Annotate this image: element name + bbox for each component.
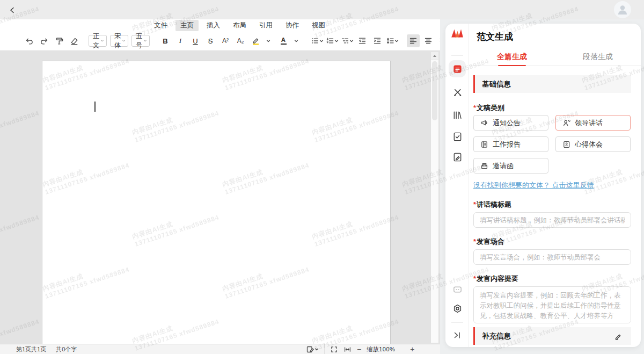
undo-icon [25, 37, 34, 45]
doc-type-reflections[interactable]: 心得体会 [555, 136, 631, 152]
speech-occasion-input[interactable] [473, 249, 631, 265]
robot-icon [452, 284, 463, 294]
strikethrough-button[interactable]: S [204, 34, 217, 47]
crossed-tools-icon [452, 88, 463, 98]
supplement-edit-button[interactable] [613, 331, 623, 341]
redo-button[interactable] [38, 34, 50, 47]
collapse-panel-button[interactable] [452, 330, 463, 341]
vertical-scrollbar[interactable] [430, 52, 439, 343]
line-spacing-icon [386, 37, 394, 45]
multilevel-list-button[interactable] [341, 34, 354, 47]
menu-tab-layout[interactable]: 布局 [228, 20, 251, 31]
speech-summary-textarea[interactable] [473, 286, 631, 323]
format-painter-icon [55, 37, 64, 46]
menu-tab-home[interactable]: 主页 [175, 20, 199, 31]
user-avatar[interactable] [614, 1, 631, 18]
document-pen-icon [452, 152, 463, 162]
bullet-list-button[interactable] [311, 34, 324, 47]
tab-paragraph-generation[interactable]: 段落生成 [555, 48, 641, 66]
rail-item-settings[interactable] [452, 303, 463, 314]
report-icon [480, 140, 488, 148]
format-painter-button[interactable] [53, 34, 65, 47]
align-left-button[interactable] [407, 34, 420, 47]
italic-button[interactable]: I [174, 34, 187, 47]
doc-type-leader-speech[interactable]: 领导讲话 [555, 115, 631, 131]
scrollbar-thumb[interactable] [432, 61, 437, 120]
subscript-button[interactable]: A₂ [234, 34, 247, 47]
fit-page-button[interactable] [330, 345, 338, 353]
feedback-link[interactable]: 没有找到你想要的文体？ 点击这里反馈 [473, 181, 631, 189]
increase-indent-button[interactable] [371, 34, 384, 47]
highlight-dropdown[interactable] [262, 34, 275, 47]
basic-info-section-header: 基础信息 [473, 75, 631, 93]
clear-format-button[interactable] [68, 34, 80, 47]
highlight-pen-icon [252, 37, 260, 44]
bold-button[interactable]: B [159, 34, 172, 47]
rail-item-polish[interactable] [452, 151, 463, 162]
eraser-icon [70, 37, 79, 46]
superscript-button[interactable]: A² [219, 34, 232, 47]
rail-item-proofread[interactable] [452, 131, 463, 142]
doc-type-invitation[interactable]: 邀请函 [473, 158, 548, 174]
triangle-up-icon [433, 54, 437, 57]
rail-item-document-generation[interactable] [449, 60, 466, 77]
speech-title-input[interactable] [473, 212, 631, 228]
tab-full-generation[interactable]: 全篇生成 [469, 48, 555, 66]
caret-down-icon [144, 39, 147, 43]
doc-type-notice[interactable]: 通知公告 [473, 115, 548, 131]
edit-mode-button[interactable] [306, 345, 319, 353]
rail-item-ai-tools[interactable] [452, 87, 463, 98]
rail-item-assistant[interactable] [452, 284, 463, 294]
panel-tabs: 全篇生成 段落生成 [469, 48, 641, 66]
underline-button[interactable]: U [189, 34, 202, 47]
collapse-right-icon [452, 330, 462, 340]
fit-width-button[interactable] [343, 345, 352, 353]
app-logo [450, 28, 464, 39]
document-page[interactable] [42, 61, 391, 344]
gear-icon [452, 304, 463, 314]
style-select[interactable]: 正文 [89, 35, 107, 47]
ribbon-menu: 文件 主页 插入 布局 引用 协作 视图 [0, 19, 440, 31]
speech-person-icon [562, 119, 570, 127]
undo-button[interactable] [23, 34, 35, 47]
speech-occasion-label: *发言场合 [473, 238, 631, 245]
zoom-out-button[interactable]: − [357, 345, 361, 353]
numbered-list-button[interactable] [326, 34, 339, 47]
increase-indent-icon [373, 37, 382, 45]
font-value: 宋体 [114, 32, 122, 50]
zoom-level[interactable]: 缩放100% [367, 345, 395, 353]
panel-title: 范文生成 [477, 31, 513, 43]
menu-tab-references[interactable]: 引用 [254, 20, 277, 31]
doc-type-work-report[interactable]: 工作报告 [473, 136, 548, 152]
menu-tab-collaborate[interactable]: 协作 [281, 20, 304, 31]
menu-tab-insert[interactable]: 插入 [202, 20, 225, 31]
numbered-list-icon [326, 37, 334, 45]
speech-title-label: *讲话稿标题 [473, 201, 631, 208]
menu-tab-view[interactable]: 视图 [307, 20, 330, 31]
chevron-left-icon [8, 6, 17, 15]
font-size-select[interactable]: 五号 [131, 35, 150, 47]
font-color-dropdown[interactable] [290, 34, 303, 47]
caret-down-icon [266, 39, 270, 43]
zoom-in-button[interactable]: + [410, 345, 414, 353]
menu-tab-file[interactable]: 文件 [149, 20, 172, 31]
scroll-up-button[interactable] [431, 52, 438, 60]
font-color-button[interactable]: A [277, 34, 290, 47]
rail-item-library[interactable] [452, 110, 463, 120]
back-button[interactable] [6, 4, 18, 16]
edit-mode-icon [306, 345, 314, 353]
divider [451, 55, 463, 56]
caret-down-icon [349, 39, 354, 43]
font-select[interactable]: 宋体 [110, 35, 128, 47]
decrease-indent-button[interactable] [356, 34, 369, 47]
brand-m-logo-icon [450, 27, 464, 39]
doc-type-options: 通知公告 领导讲话 工作报告 心得体会 邀请函 [473, 115, 631, 174]
line-spacing-button[interactable] [386, 34, 399, 47]
fit-page-icon [330, 345, 338, 353]
word-count: 共0个字 [56, 345, 77, 353]
caret-down-icon [334, 39, 339, 43]
highlight-button[interactable] [249, 34, 262, 47]
fit-width-icon [343, 345, 352, 353]
align-center-button[interactable] [422, 34, 435, 47]
page-indicator: 第1页共1页 [16, 345, 46, 353]
